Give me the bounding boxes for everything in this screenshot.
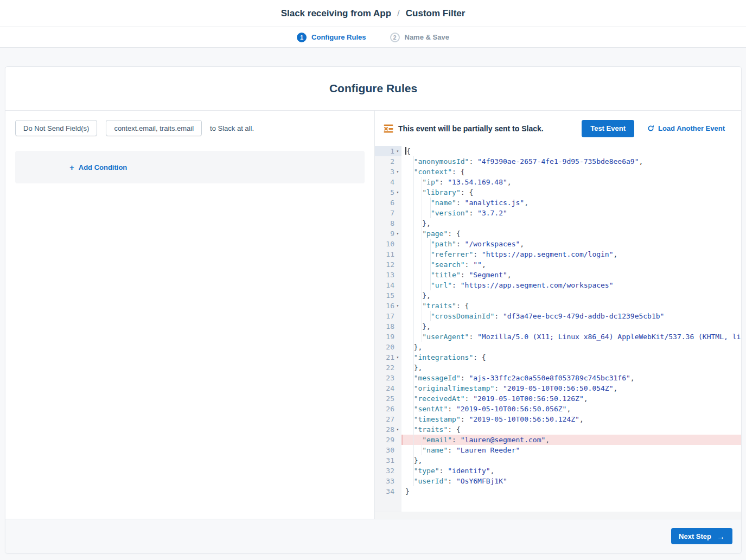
editor-line[interactable]: 24"originalTimestamp": "2019-05-10T00:56… — [375, 383, 741, 393]
code-text[interactable]: "integrations": { — [401, 352, 741, 362]
code-text[interactable]: "path": "/workspaces", — [401, 239, 741, 249]
line-number: 14 — [375, 280, 401, 290]
editor-line[interactable]: 22}, — [375, 362, 741, 373]
code-text[interactable]: "sentAt": "2019-05-10T00:56:50.056Z", — [401, 404, 741, 414]
code-text[interactable]: "traits": { — [401, 424, 741, 435]
fold-icon[interactable]: ▾ — [394, 228, 401, 239]
code-text[interactable]: "referrer": "https://app.segment.com/log… — [401, 249, 741, 259]
editor-line[interactable]: 18}, — [375, 321, 741, 332]
stepper: 1 Configure Rules 2 Name & Save — [0, 27, 746, 48]
line-number: 17 — [375, 311, 401, 321]
code-text[interactable]: "version": "3.7.2" — [401, 208, 741, 218]
editor-line[interactable]: 10"path": "/workspaces", — [375, 239, 741, 249]
editor-line[interactable]: 19"userAgent": "Mozilla/5.0 (X11; Linux … — [375, 332, 741, 342]
editor-line[interactable]: 13"title": "Segment", — [375, 270, 741, 280]
editor-line[interactable]: 29"email": "lauren@segment.com", — [375, 435, 741, 445]
line-number: 28▾ — [375, 424, 401, 435]
line-number: 5▾ — [375, 187, 401, 198]
editor-line[interactable]: 15}, — [375, 290, 741, 301]
code-text[interactable]: "messageId": "ajs-33ffc2ac0a550e8f053789… — [401, 373, 741, 383]
editor-line[interactable]: 31}, — [375, 455, 741, 466]
code-text[interactable]: "crossDomainId": "df3a47ee-bcc9-479d-add… — [401, 311, 741, 321]
load-another-event-button[interactable]: Load Another Event — [647, 124, 725, 132]
fold-icon[interactable]: ▾ — [394, 167, 401, 177]
code-text[interactable]: }, — [401, 290, 741, 301]
do-not-send-fields-button[interactable]: Do Not Send Field(s) — [15, 120, 97, 136]
editor-line[interactable]: 26"sentAt": "2019-05-10T00:56:50.056Z", — [375, 404, 741, 414]
editor-line[interactable]: 28▾"traits": { — [375, 424, 741, 435]
line-number: 30 — [375, 445, 401, 455]
code-text[interactable]: "url": "https://app.segment.com/workspac… — [401, 280, 741, 290]
code-text[interactable]: "userId": "OsY6MFBj1K" — [401, 476, 741, 486]
fields-value-button[interactable]: context.email, traits.email — [106, 120, 202, 136]
code-text[interactable]: "name": "Lauren Reeder" — [401, 445, 741, 455]
card-footer: Next Step → — [5, 519, 741, 553]
editor-line[interactable]: 30"name": "Lauren Reeder" — [375, 445, 741, 455]
editor-line[interactable]: 2"anonymousId": "4f9390ae-2657-4fe1-9d95… — [375, 156, 741, 167]
step-configure-rules[interactable]: 1 Configure Rules — [297, 33, 366, 42]
code-text[interactable]: }, — [401, 342, 741, 352]
fold-icon[interactable]: ▾ — [394, 424, 401, 435]
editor-line[interactable]: 33"userId": "OsY6MFBj1K" — [375, 476, 741, 486]
editor-line[interactable]: 6"name": "analytics.js", — [375, 198, 741, 208]
editor-line[interactable]: 7"version": "3.7.2" — [375, 208, 741, 218]
editor-line[interactable]: 16▾"traits": { — [375, 301, 741, 311]
editor-line[interactable]: 9▾"page": { — [375, 228, 741, 239]
fold-icon[interactable]: ▾ — [394, 146, 401, 156]
code-text[interactable]: "traits": { — [401, 301, 741, 311]
code-text[interactable]: "type": "identify", — [401, 466, 741, 476]
code-text[interactable]: "page": { — [401, 228, 741, 239]
code-text[interactable]: "email": "lauren@segment.com", — [401, 435, 741, 445]
editor-line[interactable]: 34} — [375, 486, 741, 497]
line-number: 24 — [375, 383, 401, 393]
code-text[interactable]: "title": "Segment", — [401, 270, 741, 280]
code-text[interactable]: "ip": "13.54.169.48", — [401, 177, 741, 187]
event-preview-panel: This event will be partially sent to Sla… — [375, 111, 741, 519]
code-text[interactable]: { — [401, 146, 741, 156]
code-text[interactable]: "context": { — [401, 167, 741, 177]
breadcrumb-left: Slack receiving from App — [281, 8, 391, 19]
editor-line[interactable]: 32"type": "identify", — [375, 466, 741, 476]
line-number: 27 — [375, 414, 401, 424]
code-text[interactable]: "originalTimestamp": "2019-05-10T00:56:5… — [401, 383, 741, 393]
code-text[interactable]: "timestamp": "2019-05-10T00:56:50.124Z", — [401, 414, 741, 424]
code-text[interactable]: "search": "", — [401, 259, 741, 270]
editor-line[interactable]: 27"timestamp": "2019-05-10T00:56:50.124Z… — [375, 414, 741, 424]
editor-lines[interactable]: 1▾{2"anonymousId": "4f9390ae-2657-4fe1-9… — [375, 146, 741, 512]
editor-line[interactable]: 20}, — [375, 342, 741, 352]
editor-line[interactable]: 11"referrer": "https://app.segment.com/l… — [375, 249, 741, 259]
step-name-and-save[interactable]: 2 Name & Save — [390, 33, 449, 42]
editor-line[interactable]: 12"search": "", — [375, 259, 741, 270]
code-text[interactable]: "receivedAt": "2019-05-10T00:56:50.126Z"… — [401, 393, 741, 404]
json-editor[interactable]: 1▾{2"anonymousId": "4f9390ae-2657-4fe1-9… — [375, 146, 741, 519]
horizontal-scrollbar[interactable] — [375, 512, 741, 519]
next-step-label: Next Step — [679, 532, 711, 540]
add-condition-button[interactable]: + Add Condition — [69, 163, 127, 171]
test-event-button[interactable]: Test Event — [582, 120, 634, 137]
code-text[interactable]: "library": { — [401, 187, 741, 198]
next-step-button[interactable]: Next Step → — [671, 528, 732, 544]
code-text[interactable]: } — [401, 486, 741, 497]
code-text[interactable]: }, — [401, 218, 741, 228]
code-text[interactable]: "name": "analytics.js", — [401, 198, 741, 208]
editor-line[interactable]: 25"receivedAt": "2019-05-10T00:56:50.126… — [375, 393, 741, 404]
editor-line[interactable]: 17"crossDomainId": "df3a47ee-bcc9-479d-a… — [375, 311, 741, 321]
line-number: 1▾ — [375, 146, 401, 156]
editor-line[interactable]: 21▾"integrations": { — [375, 352, 741, 362]
editor-line[interactable]: 1▾{ — [375, 146, 741, 156]
fold-icon[interactable]: ▾ — [394, 352, 401, 362]
editor-line[interactable]: 3▾"context": { — [375, 167, 741, 177]
code-text[interactable]: "userAgent": "Mozilla/5.0 (X11; Linux x8… — [401, 332, 741, 342]
code-text[interactable]: "anonymousId": "4f9390ae-2657-4fe1-9d95-… — [401, 156, 741, 167]
fold-icon[interactable]: ▾ — [394, 301, 401, 311]
editor-line[interactable]: 4"ip": "13.54.169.48", — [375, 177, 741, 187]
step-1-label: Configure Rules — [311, 33, 366, 41]
editor-line[interactable]: 23"messageId": "ajs-33ffc2ac0a550e8f0537… — [375, 373, 741, 383]
code-text[interactable]: }, — [401, 321, 741, 332]
editor-line[interactable]: 14"url": "https://app.segment.com/worksp… — [375, 280, 741, 290]
fold-icon[interactable]: ▾ — [394, 187, 401, 198]
editor-line[interactable]: 8}, — [375, 218, 741, 228]
code-text[interactable]: }, — [401, 362, 741, 373]
code-text[interactable]: }, — [401, 455, 741, 466]
editor-line[interactable]: 5▾"library": { — [375, 187, 741, 198]
